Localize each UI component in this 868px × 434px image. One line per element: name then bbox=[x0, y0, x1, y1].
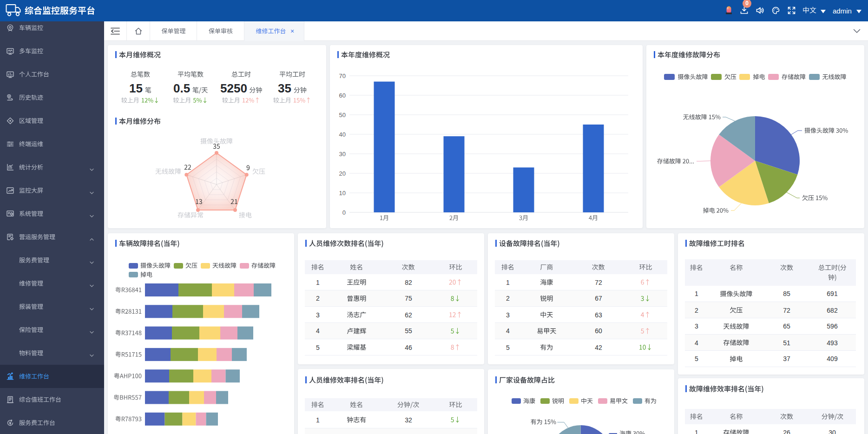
svg-text:60: 60 bbox=[339, 92, 346, 99]
svg-text:20: 20 bbox=[339, 170, 346, 177]
svg-text:0: 0 bbox=[342, 209, 346, 216]
svg-text:50: 50 bbox=[339, 112, 346, 118]
svg-text:30: 30 bbox=[339, 151, 346, 158]
svg-text:40: 40 bbox=[339, 131, 346, 138]
svg-text:10: 10 bbox=[339, 190, 346, 197]
svg-text:70: 70 bbox=[339, 72, 346, 79]
